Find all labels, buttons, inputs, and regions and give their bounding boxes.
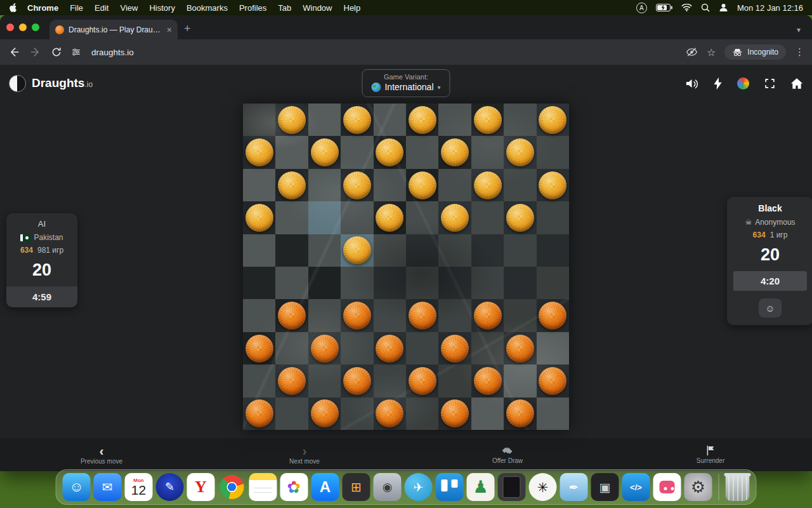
dock-photos-icon[interactable]: ✿ <box>280 473 308 501</box>
menu-bookmarks[interactable]: Bookmarks <box>187 3 228 13</box>
orange-piece[interactable] <box>311 335 339 363</box>
theme-icon[interactable] <box>737 77 749 90</box>
forward-button[interactable] <box>29 46 42 58</box>
home-icon[interactable] <box>790 77 803 90</box>
gold-piece[interactable] <box>474 106 502 134</box>
gold-piece[interactable] <box>441 204 469 232</box>
site-settings-icon[interactable] <box>71 47 81 57</box>
fullscreen-icon[interactable] <box>764 77 776 90</box>
orange-piece[interactable] <box>343 302 371 330</box>
gold-piece[interactable] <box>343 106 371 134</box>
orange-piece[interactable] <box>539 367 566 395</box>
dock-vscode-icon[interactable]: </> <box>622 473 650 501</box>
tab-close-icon[interactable]: × <box>167 25 172 35</box>
bookmark-star-icon[interactable]: ☆ <box>707 46 716 58</box>
emote-button[interactable]: ☺ <box>759 298 782 318</box>
reload-button[interactable] <box>51 46 62 58</box>
search-icon[interactable] <box>701 3 710 12</box>
wifi-icon[interactable] <box>681 4 692 11</box>
site-logo-icon[interactable] <box>9 75 26 92</box>
dock-settings-icon[interactable]: ⚙ <box>684 473 712 501</box>
gold-piece[interactable] <box>474 171 502 199</box>
dock-chrome-icon[interactable] <box>218 473 246 501</box>
orange-piece[interactable] <box>376 335 403 363</box>
orange-piece[interactable] <box>246 335 273 363</box>
address-bar[interactable]: draughts.io <box>91 48 677 57</box>
orange-piece[interactable] <box>376 399 403 427</box>
battery-icon[interactable] <box>656 4 672 11</box>
menu-help[interactable]: Help <box>344 3 361 13</box>
lightning-icon[interactable] <box>713 77 723 90</box>
menu-profiles[interactable]: Profiles <box>239 3 266 13</box>
gold-piece[interactable] <box>539 106 566 134</box>
orange-piece[interactable] <box>278 302 306 330</box>
menu-view[interactable]: View <box>120 3 138 13</box>
orange-piece[interactable] <box>409 302 436 330</box>
dock-finder-icon[interactable]: ☺ <box>63 473 91 501</box>
minimize-window-button[interactable] <box>19 23 27 31</box>
menu-file[interactable]: File <box>70 3 83 13</box>
dock-calculator-icon[interactable]: ⊞ <box>343 473 370 501</box>
dock-chatgpt-icon[interactable]: ✳ <box>529 473 557 501</box>
dock-cube-icon[interactable]: ▣ <box>591 473 619 501</box>
orange-piece[interactable] <box>441 399 469 427</box>
orange-piece[interactable] <box>441 335 469 363</box>
menu-edit[interactable]: Edit <box>95 3 108 13</box>
dock-telegram-icon[interactable]: ✈ <box>405 473 433 501</box>
browser-menu-icon[interactable]: ⋮ <box>795 46 804 58</box>
gold-piece[interactable] <box>441 138 469 166</box>
game-variant-selector[interactable]: Game Variant: International ▾ <box>362 69 450 97</box>
orange-piece[interactable] <box>474 302 502 330</box>
close-window-button[interactable] <box>6 23 14 31</box>
dock-pen-icon[interactable]: ✎ <box>156 473 184 501</box>
dock-chess-icon[interactable]: ♟ <box>467 473 495 501</box>
draughts-board[interactable] <box>243 104 569 430</box>
site-logo-text[interactable]: Draughts.io <box>32 76 93 90</box>
orange-piece[interactable] <box>539 302 566 330</box>
new-tab-button[interactable]: + <box>178 22 197 39</box>
eye-off-icon[interactable] <box>686 47 698 57</box>
gold-piece[interactable] <box>376 138 403 166</box>
dock-trello-icon[interactable] <box>436 473 464 501</box>
orange-piece[interactable] <box>246 399 273 427</box>
assistant-badge[interactable]: A <box>636 3 647 13</box>
gold-piece[interactable] <box>343 236 371 264</box>
surrender-button[interactable]: Surrender <box>609 445 812 464</box>
volume-icon[interactable] <box>685 77 698 90</box>
menu-tab[interactable]: Tab <box>278 3 291 13</box>
orange-piece[interactable] <box>278 367 306 395</box>
next-move-button[interactable]: › Next move <box>203 445 406 465</box>
zoom-window-button[interactable] <box>32 23 39 31</box>
orange-piece[interactable] <box>506 399 534 427</box>
gold-piece[interactable] <box>311 138 339 166</box>
gold-piece[interactable] <box>506 204 534 232</box>
gold-piece[interactable] <box>278 171 306 199</box>
orange-piece[interactable] <box>343 367 371 395</box>
dock-tablet-icon[interactable] <box>498 473 526 501</box>
orange-piece[interactable] <box>474 367 502 395</box>
gold-piece[interactable] <box>409 171 436 199</box>
incognito-badge[interactable]: Incognito <box>724 44 786 60</box>
browser-tab[interactable]: Draughts.io — Play Draughts × <box>49 20 178 39</box>
gold-piece[interactable] <box>539 171 566 199</box>
menu-app-name[interactable]: Chrome <box>27 3 58 13</box>
dock-camera-icon[interactable]: ◉ <box>374 473 402 501</box>
dock-calendar-icon[interactable]: Mon12 <box>125 473 153 501</box>
previous-move-button[interactable]: ‹ Previous move <box>0 445 203 465</box>
dock-yandex-icon[interactable]: Y <box>187 473 215 501</box>
back-button[interactable] <box>8 46 20 58</box>
gold-piece[interactable] <box>506 138 534 166</box>
gold-piece[interactable] <box>278 106 306 134</box>
menu-history[interactable]: History <box>149 3 174 13</box>
dock-appstore-icon[interactable]: A <box>311 473 339 501</box>
menu-clock[interactable]: Mon 12 Jan 12:16 <box>737 3 803 13</box>
orange-piece[interactable] <box>506 335 534 363</box>
gold-piece[interactable] <box>343 171 371 199</box>
offer-draw-button[interactable]: Offer Draw <box>406 446 609 464</box>
gold-piece[interactable] <box>246 138 273 166</box>
dock-quill-icon[interactable]: ✒ <box>560 473 588 501</box>
tab-search-button[interactable]: ▾ <box>792 25 806 39</box>
gold-piece[interactable] <box>376 204 403 232</box>
dock-robot-icon[interactable] <box>653 473 681 501</box>
menu-window[interactable]: Window <box>303 3 332 13</box>
